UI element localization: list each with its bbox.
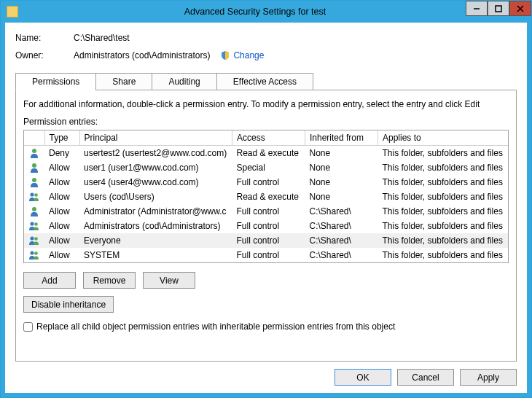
tabs-container: Permissions Share Auditing Effective Acc… xyxy=(15,72,517,362)
header-applies[interactable]: Applies to xyxy=(378,130,509,146)
svg-point-6 xyxy=(32,178,36,182)
tab-permissions[interactable]: Permissions xyxy=(15,73,96,90)
cell-applies: This folder, subfolders and files xyxy=(378,160,509,175)
remove-button[interactable]: Remove xyxy=(83,272,136,289)
cell-access: Special xyxy=(232,160,305,175)
entries-label: Permission entries: xyxy=(23,117,509,127)
svg-point-12 xyxy=(30,236,34,240)
cell-access: Read & execute xyxy=(232,146,305,161)
cell-access: Read & execute xyxy=(232,190,305,204)
users-icon xyxy=(28,249,40,261)
ok-button[interactable]: OK xyxy=(335,369,391,386)
view-button[interactable]: View xyxy=(143,272,195,289)
apply-button[interactable]: Apply xyxy=(460,369,517,386)
svg-point-15 xyxy=(34,251,38,255)
action-buttons: Add Remove View xyxy=(23,272,509,289)
table-row[interactable]: AllowSYSTEMFull controlC:\Shared\This fo… xyxy=(24,248,508,262)
table-row[interactable]: AllowEveryoneFull controlC:\Shared\This … xyxy=(24,233,508,248)
user-icon xyxy=(28,162,40,173)
cell-type: Allow xyxy=(44,190,79,204)
content-area: Name: C:\Shared\test Owner: Administrato… xyxy=(1,23,531,397)
add-button[interactable]: Add xyxy=(23,272,76,289)
svg-point-9 xyxy=(32,207,36,211)
inheritance-buttons: Disable inheritance xyxy=(23,296,509,313)
table-row[interactable]: AllowAdministrator (Administrator@www.cF… xyxy=(24,204,508,219)
cell-principal: usertest2 (usertest2@www.cod.com) xyxy=(79,146,232,161)
tab-share[interactable]: Share xyxy=(95,73,152,90)
header-type[interactable]: Type xyxy=(44,130,79,146)
svg-point-4 xyxy=(32,149,36,153)
svg-point-5 xyxy=(32,163,36,168)
owner-row: Owner: Administrators (cod\Administrator… xyxy=(15,50,517,61)
permission-grid: Type Principal Access Inherited from App… xyxy=(23,130,509,263)
user-icon xyxy=(28,176,40,188)
name-value: C:\Shared\test xyxy=(74,33,130,43)
tabstrip: Permissions Share Auditing Effective Acc… xyxy=(15,73,517,90)
header-icon[interactable] xyxy=(24,130,44,146)
cell-applies: This folder, subfolders and files xyxy=(378,175,509,190)
cell-applies: This folder, subfolders and files xyxy=(378,233,509,248)
tab-auditing[interactable]: Auditing xyxy=(152,73,216,90)
table-row[interactable]: AllowUsers (cod\Users)Read & executeNone… xyxy=(24,190,508,204)
maximize-button[interactable] xyxy=(488,1,509,16)
cell-applies: This folder, subfolders and files xyxy=(378,248,509,262)
name-row: Name: C:\Shared\test xyxy=(15,33,517,43)
cell-principal: Administrator (Administrator@www.c xyxy=(79,204,232,219)
cell-inherited: C:\Shared\ xyxy=(305,233,378,248)
shield-icon xyxy=(220,50,230,61)
tab-panel: For additional information, double-click… xyxy=(15,90,517,362)
name-label: Name: xyxy=(15,33,74,43)
table-row[interactable]: Allowuser4 (user4@www.cod.com)Full contr… xyxy=(24,175,508,190)
window-buttons xyxy=(466,1,531,16)
cell-inherited: None xyxy=(305,175,378,190)
table-row[interactable]: Allowuser1 (user1@www.cod.com)SpecialNon… xyxy=(24,160,508,175)
cell-applies: This folder, subfolders and files xyxy=(378,190,509,204)
svg-point-11 xyxy=(34,222,38,226)
cancel-button[interactable]: Cancel xyxy=(397,369,454,386)
dialog-footer: OK Cancel Apply xyxy=(15,362,517,386)
cell-principal: user4 (user4@www.cod.com) xyxy=(79,175,232,190)
table-row[interactable]: AllowAdministrators (cod\Administrators)… xyxy=(24,219,508,233)
svg-point-14 xyxy=(30,251,34,254)
user-icon xyxy=(28,147,40,159)
table-row[interactable]: Denyusertest2 (usertest2@www.cod.com)Rea… xyxy=(24,146,508,161)
cell-access: Full control xyxy=(232,204,305,219)
cell-inherited: None xyxy=(305,160,378,175)
replace-checkbox[interactable] xyxy=(23,322,33,332)
tab-effective-access[interactable]: Effective Access xyxy=(216,73,313,90)
cell-applies: This folder, subfolders and files xyxy=(378,219,509,233)
cell-type: Allow xyxy=(44,160,79,175)
header-principal[interactable]: Principal xyxy=(79,130,232,146)
cell-applies: This folder, subfolders and files xyxy=(378,146,509,161)
cell-access: Full control xyxy=(232,248,305,262)
header-row: Type Principal Access Inherited from App… xyxy=(24,130,508,146)
cell-type: Deny xyxy=(44,146,79,161)
disable-inheritance-button[interactable]: Disable inheritance xyxy=(23,296,114,313)
window: Advanced Security Settings for test Name… xyxy=(0,0,532,398)
folder-icon xyxy=(7,6,18,17)
cell-type: Allow xyxy=(44,233,79,248)
cell-access: Full control xyxy=(232,219,305,233)
svg-point-10 xyxy=(30,222,34,225)
minimize-button[interactable] xyxy=(466,1,488,16)
header-access[interactable]: Access xyxy=(232,130,305,146)
cell-principal: Users (cod\Users) xyxy=(79,190,232,204)
titlebar: Advanced Security Settings for test xyxy=(1,1,531,23)
cell-inherited: None xyxy=(305,190,378,204)
close-button[interactable] xyxy=(509,1,531,16)
cell-access: Full control xyxy=(232,175,305,190)
users-icon xyxy=(28,220,40,232)
cell-type: Allow xyxy=(44,219,79,233)
header-inherited[interactable]: Inherited from xyxy=(305,130,378,146)
users-icon xyxy=(28,235,40,246)
cell-principal: user1 (user1@www.cod.com) xyxy=(79,160,232,175)
replace-checkbox-row[interactable]: Replace all child object permission entr… xyxy=(23,321,509,332)
svg-point-7 xyxy=(30,192,34,196)
cell-principal: Administrators (cod\Administrators) xyxy=(79,219,232,233)
window-title: Advanced Security Settings for test xyxy=(23,7,531,17)
user-icon xyxy=(28,206,40,217)
cell-applies: This folder, subfolders and files xyxy=(378,204,509,219)
users-icon xyxy=(28,191,40,203)
change-owner-link[interactable]: Change xyxy=(233,50,264,61)
cell-inherited: C:\Shared\ xyxy=(305,204,378,219)
